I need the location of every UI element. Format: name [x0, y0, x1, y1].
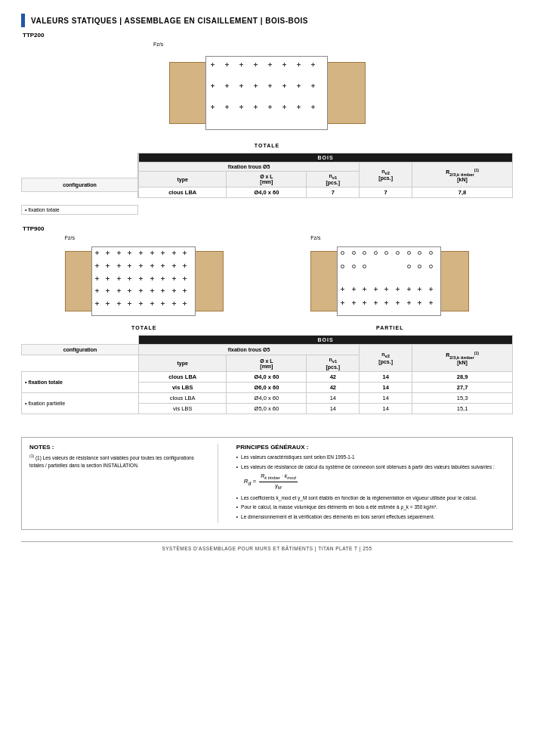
page-footer: SYSTÈMES D'ASSEMBLAGE POUR MURS ET BÂTIM…	[21, 541, 513, 551]
ttp200-config-overlay: configuration • fixation totale	[21, 178, 513, 215]
r1-dxl: Ø4,0 x 60	[227, 371, 307, 382]
r4-type: vis LBS	[139, 403, 227, 414]
dot-18	[225, 105, 229, 109]
dot-22	[282, 105, 286, 109]
r1-n1: 42	[307, 371, 360, 382]
dot-24	[311, 105, 315, 109]
ttp900-caption-partiel: PARTIEL	[376, 325, 403, 330]
r2-n1: 42	[307, 382, 360, 392]
r2-r: 27,7	[412, 382, 513, 392]
r3-type: clous LBA	[139, 392, 227, 403]
dot-12	[254, 84, 258, 88]
r1-r: 28,9	[412, 371, 513, 382]
dot-5	[268, 63, 272, 67]
ttp200-config-table: configuration • fixation totale	[21, 178, 138, 215]
notes-left-panel: NOTES : (1) (1) Les valeurs de résistanc…	[29, 444, 218, 523]
principes-item-5: • Le dimensionnement et la vérification …	[236, 513, 505, 521]
config-header: configuration	[22, 178, 138, 192]
dot-9	[211, 84, 215, 88]
ttp200-bois-header: BOIS	[139, 153, 513, 163]
ttp200-diagram: Fz/s	[21, 42, 513, 148]
dot-8	[311, 63, 315, 67]
type-900: type	[139, 355, 227, 371]
r4-n2: 14	[360, 403, 412, 414]
dot-19	[239, 105, 243, 109]
dot-21	[268, 105, 272, 109]
dot-16	[311, 84, 315, 88]
section-header: VALEURS STATIQUES | ASSEMBLAGE EN CISAIL…	[21, 14, 513, 27]
r-900: R2/3,k timber(1)[kN]	[412, 345, 513, 371]
ttp900-caption-totale: TOTALE	[131, 325, 156, 330]
config-spacer	[22, 336, 139, 345]
principes-panel: PRINCIPES GÉNÉRAUX : • Les valeurs carac…	[233, 444, 505, 523]
ttp900-force-2: Fz/s	[310, 235, 320, 240]
r2-type: vis LBS	[139, 382, 227, 392]
fixation-trous-header: fixation trous Ø5	[139, 163, 360, 172]
ttp200-diagram-wrap	[169, 48, 366, 139]
dot-7	[297, 63, 301, 67]
ttp900-bois-header: BOIS	[139, 336, 513, 345]
ttp200-config-row: • fixation totale	[22, 206, 138, 215]
fixation-trous-900: fixation trous Ø5	[139, 345, 360, 355]
config-totale: • fixation totale	[22, 371, 139, 392]
r3-r: 15,3	[412, 392, 513, 403]
metal-plate-900t	[91, 246, 196, 316]
ttp900-force-1: Fz/s	[65, 235, 75, 240]
dot-1	[211, 63, 215, 67]
dot-15	[297, 84, 301, 88]
config-subheader	[22, 192, 138, 206]
dot-23	[297, 105, 301, 109]
dot-14	[282, 84, 286, 88]
dxl-900: Ø x L[mm]	[227, 355, 307, 371]
metal-plate-200	[205, 56, 328, 130]
dot-11	[239, 84, 243, 88]
principes-item-3: • Les coefficients k_mod et γ_M sont éta…	[236, 494, 505, 502]
section-gap	[21, 215, 513, 225]
principes-item-1: • Les valeurs caractéristiques sont selo…	[236, 454, 505, 461]
r2-dxl: Ø6,0 x 60	[227, 382, 307, 392]
ttp900-label: TTP900	[23, 225, 513, 232]
ttp900-diagram-partiel: Fz/s PARTIEL	[310, 235, 469, 330]
dot-13	[268, 84, 272, 88]
dot-6	[282, 63, 286, 67]
ttp200-caption: TOTALE	[255, 143, 279, 148]
nv1-900: nv1[pcs.]	[307, 355, 360, 371]
dot-3	[239, 63, 243, 67]
config-empty	[22, 355, 139, 371]
ttp900-totale-wrap	[65, 242, 224, 321]
ttp200-label: TTP200	[23, 32, 513, 39]
r4-n1: 14	[307, 403, 360, 414]
ttp900-partiel-wrap	[310, 242, 469, 321]
ttp200-config-cell: • fixation totale	[22, 206, 138, 215]
notes-section: NOTES : (1) (1) Les valeurs de résistanc…	[21, 437, 513, 530]
r3-n2: 14	[360, 392, 412, 403]
ttp900-diagrams: Fz/s TOTALE Fz/s	[21, 235, 513, 330]
r4-dxl: Ø5,0 x 60	[227, 403, 307, 414]
ttp900-diagram-totale: Fz/s TOTALE	[65, 235, 224, 330]
page-title: VALEURS STATIQUES | ASSEMBLAGE EN CISAIL…	[31, 17, 308, 25]
config-partielle: • fixation partielle	[22, 392, 139, 414]
ttp900-row-3: • fixation partielle clous LBA Ø4,0 x 60…	[22, 392, 513, 403]
notes-item-1: (1) (1) Les valeurs de résistance sont v…	[29, 454, 208, 469]
r4-r: 15,1	[412, 403, 513, 414]
dot-17	[211, 105, 215, 109]
spacer	[138, 178, 513, 215]
nv2-900: nv2[pcs.]	[360, 345, 412, 371]
r1-n2: 14	[360, 371, 412, 382]
r2-n2: 14	[360, 382, 412, 392]
dot-2	[225, 63, 229, 67]
principes-item-4: • Pour le calcul, la masse volumique des…	[236, 503, 505, 511]
dot-4	[254, 63, 258, 67]
ttp200-table-section: BOIS fixation trous Ø5 nv2[pcs.] R2/3,k …	[21, 153, 513, 215]
principes-items: • Les valeurs caractéristiques sont selo…	[236, 454, 505, 521]
dot-20	[254, 105, 258, 109]
ttp900-table-section: BOIS configuration fixation trous Ø5 nv2…	[21, 335, 513, 414]
r1-type: clous LBA	[139, 371, 227, 382]
header-accent-bar	[21, 14, 25, 27]
notes-title: NOTES :	[29, 444, 208, 451]
formula-wrapper: Rd = Rk timber · kmod γM	[244, 472, 505, 491]
principes-title: PRINCIPES GÉNÉRAUX :	[236, 444, 505, 451]
ttp200-force-label: Fz/s	[153, 42, 163, 47]
ttp900-main-table: BOIS configuration fixation trous Ø5 nv2…	[21, 335, 513, 414]
r3-n1: 14	[307, 392, 360, 403]
